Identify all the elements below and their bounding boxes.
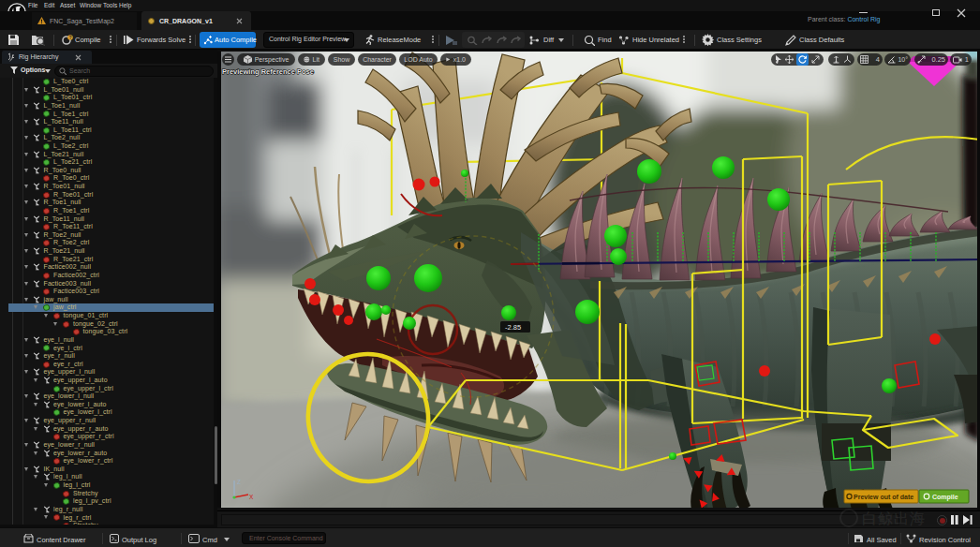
svg-text:Compile: Compile — [932, 494, 958, 501]
svg-text:?: ? — [69, 36, 72, 40]
svg-text:X: X — [249, 494, 254, 500]
svg-text:Previewing Reference Pose: Previewing Reference Pose — [222, 67, 314, 76]
svg-text:Preview out of date: Preview out of date — [854, 494, 913, 500]
svg-text:-2.85: -2.85 — [505, 323, 521, 332]
svg-text:Z: Z — [237, 479, 241, 485]
